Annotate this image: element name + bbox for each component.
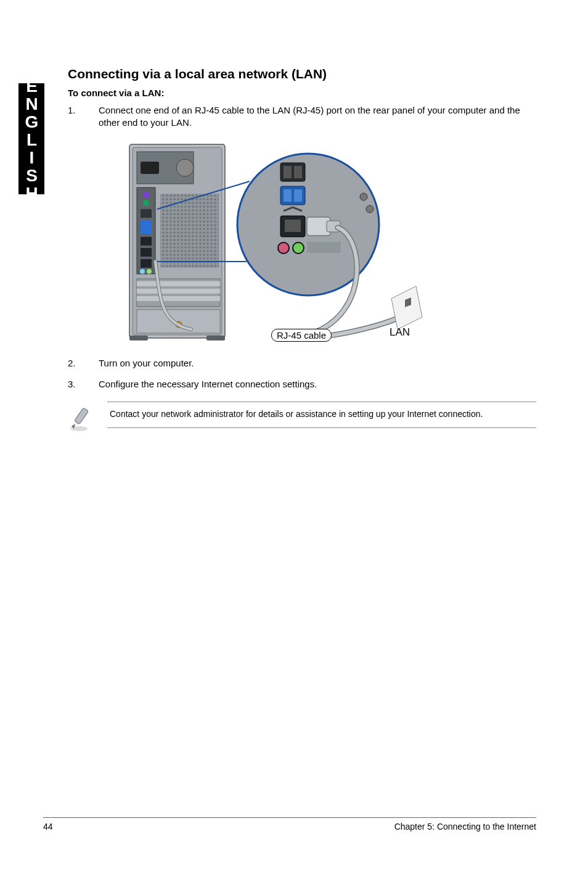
svg-rect-3 xyxy=(141,162,159,174)
svg-rect-33 xyxy=(284,189,292,202)
pencil-note-icon xyxy=(68,402,96,436)
figure-svg xyxy=(99,138,425,345)
svg-rect-41 xyxy=(307,242,341,253)
step-number: 1. xyxy=(68,104,99,130)
page-footer: 44 Chapter 5: Connecting to the Internet xyxy=(43,817,536,831)
svg-point-4 xyxy=(176,159,194,176)
main-content: Connecting via a local area network (LAN… xyxy=(68,67,536,436)
svg-rect-31 xyxy=(294,166,302,178)
svg-rect-19 xyxy=(137,281,220,286)
svg-rect-21 xyxy=(137,296,220,301)
svg-rect-25 xyxy=(206,336,225,340)
svg-rect-11 xyxy=(141,209,152,218)
language-label: ENGLISH xyxy=(22,76,41,202)
svg-point-16 xyxy=(140,269,145,274)
cable-label: RJ-45 cable xyxy=(271,329,332,342)
svg-rect-47 xyxy=(74,408,88,424)
svg-point-42 xyxy=(360,193,367,200)
step-text: Configure the necessary Internet connect… xyxy=(99,378,536,390)
language-tab: ENGLISH xyxy=(18,83,44,194)
note-text: Contact your network administrator for d… xyxy=(107,402,536,428)
svg-rect-12 xyxy=(141,220,152,234)
svg-rect-34 xyxy=(294,189,302,202)
steps-list: 1. Connect one end of an RJ-45 cable to … xyxy=(68,104,536,130)
chapter-label: Chapter 5: Connecting to the Internet xyxy=(394,822,536,831)
steps-list-continued: 2. Turn on your computer. 3. Configure t… xyxy=(68,357,536,391)
list-item: 2. Turn on your computer. xyxy=(68,357,536,369)
svg-point-17 xyxy=(147,269,152,274)
step-text: Turn on your computer. xyxy=(99,357,536,369)
svg-rect-36 xyxy=(285,220,301,232)
section-title: Connecting via a local area network (LAN… xyxy=(68,67,536,81)
lan-connection-figure: RJ-45 cable LAN xyxy=(99,138,425,345)
svg-point-9 xyxy=(143,192,149,198)
svg-rect-5 xyxy=(160,194,219,268)
svg-point-43 xyxy=(366,205,374,213)
page-number: 44 xyxy=(43,822,53,831)
svg-marker-44 xyxy=(391,286,422,329)
step-number: 3. xyxy=(68,378,99,390)
list-item: 3. Configure the necessary Internet conn… xyxy=(68,378,536,390)
step-number: 2. xyxy=(68,357,99,369)
svg-point-10 xyxy=(143,200,149,206)
svg-rect-13 xyxy=(141,237,152,245)
section-subtitle: To connect via a LAN: xyxy=(68,88,536,98)
step-text: Connect one end of an RJ-45 cable to the… xyxy=(99,104,536,130)
svg-rect-30 xyxy=(284,166,292,178)
svg-point-39 xyxy=(278,242,289,254)
note-block: Contact your network administrator for d… xyxy=(68,402,536,436)
svg-rect-24 xyxy=(129,336,148,340)
svg-rect-20 xyxy=(137,289,220,294)
svg-rect-14 xyxy=(141,248,152,257)
svg-point-40 xyxy=(293,242,304,254)
svg-rect-15 xyxy=(141,259,152,268)
list-item: 1. Connect one end of an RJ-45 cable to … xyxy=(68,104,536,130)
lan-label: LAN xyxy=(390,326,410,339)
